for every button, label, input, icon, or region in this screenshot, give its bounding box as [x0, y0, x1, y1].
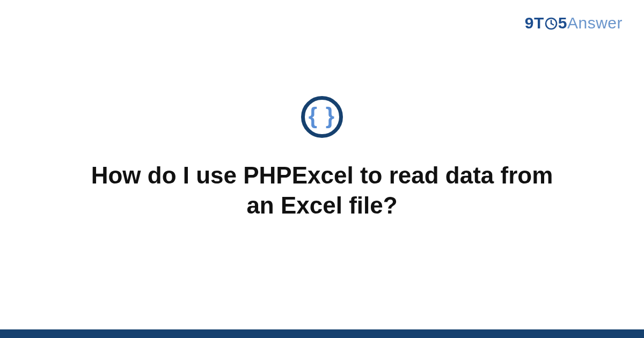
content-center: { } How do I use PHPExcel to read data f…: [0, 0, 644, 338]
footer-bar: [0, 329, 644, 338]
code-icon: { }: [301, 96, 343, 138]
braces-icon: { }: [309, 105, 335, 127]
question-title: How do I use PHPExcel to read data from …: [80, 160, 564, 221]
page-root: 9T5Answer { } How do I use PHPExcel to r…: [0, 0, 644, 338]
